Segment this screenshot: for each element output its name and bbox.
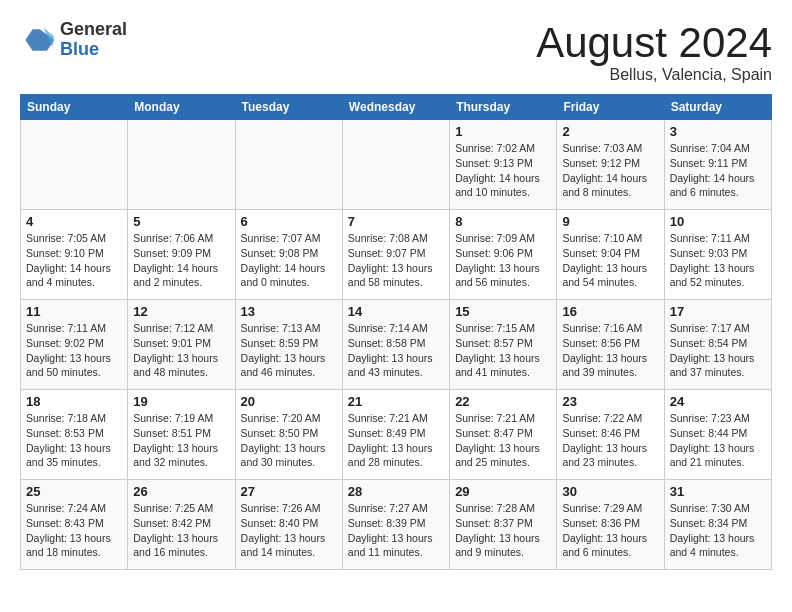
calendar-cell: 14Sunrise: 7:14 AM Sunset: 8:58 PM Dayli…: [342, 300, 449, 390]
header-day-wednesday: Wednesday: [342, 95, 449, 120]
week-row-2: 4Sunrise: 7:05 AM Sunset: 9:10 PM Daylig…: [21, 210, 772, 300]
day-number: 24: [670, 394, 766, 409]
day-info: Sunrise: 7:04 AM Sunset: 9:11 PM Dayligh…: [670, 141, 766, 200]
day-number: 31: [670, 484, 766, 499]
day-number: 6: [241, 214, 337, 229]
day-info: Sunrise: 7:26 AM Sunset: 8:40 PM Dayligh…: [241, 501, 337, 560]
day-number: 23: [562, 394, 658, 409]
day-info: Sunrise: 7:13 AM Sunset: 8:59 PM Dayligh…: [241, 321, 337, 380]
calendar-cell: 6Sunrise: 7:07 AM Sunset: 9:08 PM Daylig…: [235, 210, 342, 300]
calendar-cell: 30Sunrise: 7:29 AM Sunset: 8:36 PM Dayli…: [557, 480, 664, 570]
header-day-sunday: Sunday: [21, 95, 128, 120]
calendar-cell: 16Sunrise: 7:16 AM Sunset: 8:56 PM Dayli…: [557, 300, 664, 390]
calendar-cell: [21, 120, 128, 210]
calendar-cell: 23Sunrise: 7:22 AM Sunset: 8:46 PM Dayli…: [557, 390, 664, 480]
day-number: 7: [348, 214, 444, 229]
calendar-cell: 4Sunrise: 7:05 AM Sunset: 9:10 PM Daylig…: [21, 210, 128, 300]
day-number: 17: [670, 304, 766, 319]
week-row-1: 1Sunrise: 7:02 AM Sunset: 9:13 PM Daylig…: [21, 120, 772, 210]
calendar-cell: 1Sunrise: 7:02 AM Sunset: 9:13 PM Daylig…: [450, 120, 557, 210]
day-number: 26: [133, 484, 229, 499]
day-info: Sunrise: 7:03 AM Sunset: 9:12 PM Dayligh…: [562, 141, 658, 200]
week-row-4: 18Sunrise: 7:18 AM Sunset: 8:53 PM Dayli…: [21, 390, 772, 480]
header-row: SundayMondayTuesdayWednesdayThursdayFrid…: [21, 95, 772, 120]
week-row-3: 11Sunrise: 7:11 AM Sunset: 9:02 PM Dayli…: [21, 300, 772, 390]
calendar-body: 1Sunrise: 7:02 AM Sunset: 9:13 PM Daylig…: [21, 120, 772, 570]
day-info: Sunrise: 7:30 AM Sunset: 8:34 PM Dayligh…: [670, 501, 766, 560]
day-number: 16: [562, 304, 658, 319]
logo-text: General Blue: [60, 20, 127, 60]
calendar-header: SundayMondayTuesdayWednesdayThursdayFrid…: [21, 95, 772, 120]
day-number: 14: [348, 304, 444, 319]
day-info: Sunrise: 7:06 AM Sunset: 9:09 PM Dayligh…: [133, 231, 229, 290]
calendar-cell: 5Sunrise: 7:06 AM Sunset: 9:09 PM Daylig…: [128, 210, 235, 300]
day-number: 20: [241, 394, 337, 409]
day-info: Sunrise: 7:24 AM Sunset: 8:43 PM Dayligh…: [26, 501, 122, 560]
logo-blue-text: Blue: [60, 40, 127, 60]
calendar-title: August 2024: [536, 20, 772, 66]
calendar-cell: 13Sunrise: 7:13 AM Sunset: 8:59 PM Dayli…: [235, 300, 342, 390]
calendar-cell: 12Sunrise: 7:12 AM Sunset: 9:01 PM Dayli…: [128, 300, 235, 390]
header-day-friday: Friday: [557, 95, 664, 120]
day-number: 8: [455, 214, 551, 229]
day-number: 11: [26, 304, 122, 319]
day-info: Sunrise: 7:08 AM Sunset: 9:07 PM Dayligh…: [348, 231, 444, 290]
day-number: 5: [133, 214, 229, 229]
calendar-cell: 2Sunrise: 7:03 AM Sunset: 9:12 PM Daylig…: [557, 120, 664, 210]
calendar-cell: 8Sunrise: 7:09 AM Sunset: 9:06 PM Daylig…: [450, 210, 557, 300]
calendar-cell: 27Sunrise: 7:26 AM Sunset: 8:40 PM Dayli…: [235, 480, 342, 570]
calendar-cell: 10Sunrise: 7:11 AM Sunset: 9:03 PM Dayli…: [664, 210, 771, 300]
day-info: Sunrise: 7:12 AM Sunset: 9:01 PM Dayligh…: [133, 321, 229, 380]
calendar-cell: 11Sunrise: 7:11 AM Sunset: 9:02 PM Dayli…: [21, 300, 128, 390]
day-number: 1: [455, 124, 551, 139]
title-block: August 2024 Bellus, Valencia, Spain: [536, 20, 772, 84]
day-info: Sunrise: 7:07 AM Sunset: 9:08 PM Dayligh…: [241, 231, 337, 290]
day-number: 12: [133, 304, 229, 319]
day-info: Sunrise: 7:29 AM Sunset: 8:36 PM Dayligh…: [562, 501, 658, 560]
day-number: 25: [26, 484, 122, 499]
day-number: 27: [241, 484, 337, 499]
calendar-cell: 29Sunrise: 7:28 AM Sunset: 8:37 PM Dayli…: [450, 480, 557, 570]
header-day-monday: Monday: [128, 95, 235, 120]
day-number: 21: [348, 394, 444, 409]
calendar-cell: 9Sunrise: 7:10 AM Sunset: 9:04 PM Daylig…: [557, 210, 664, 300]
calendar-cell: 19Sunrise: 7:19 AM Sunset: 8:51 PM Dayli…: [128, 390, 235, 480]
day-info: Sunrise: 7:09 AM Sunset: 9:06 PM Dayligh…: [455, 231, 551, 290]
logo: General Blue: [20, 20, 127, 60]
calendar-cell: 26Sunrise: 7:25 AM Sunset: 8:42 PM Dayli…: [128, 480, 235, 570]
day-number: 19: [133, 394, 229, 409]
calendar-cell: 15Sunrise: 7:15 AM Sunset: 8:57 PM Dayli…: [450, 300, 557, 390]
calendar-cell: 22Sunrise: 7:21 AM Sunset: 8:47 PM Dayli…: [450, 390, 557, 480]
calendar-cell: 24Sunrise: 7:23 AM Sunset: 8:44 PM Dayli…: [664, 390, 771, 480]
day-number: 9: [562, 214, 658, 229]
day-number: 22: [455, 394, 551, 409]
calendar-cell: [342, 120, 449, 210]
day-info: Sunrise: 7:25 AM Sunset: 8:42 PM Dayligh…: [133, 501, 229, 560]
day-number: 4: [26, 214, 122, 229]
calendar-cell: 31Sunrise: 7:30 AM Sunset: 8:34 PM Dayli…: [664, 480, 771, 570]
calendar-cell: 7Sunrise: 7:08 AM Sunset: 9:07 PM Daylig…: [342, 210, 449, 300]
calendar-cell: 18Sunrise: 7:18 AM Sunset: 8:53 PM Dayli…: [21, 390, 128, 480]
calendar-table: SundayMondayTuesdayWednesdayThursdayFrid…: [20, 94, 772, 570]
calendar-cell: 21Sunrise: 7:21 AM Sunset: 8:49 PM Dayli…: [342, 390, 449, 480]
day-info: Sunrise: 7:21 AM Sunset: 8:49 PM Dayligh…: [348, 411, 444, 470]
logo-icon: [20, 22, 56, 58]
header-day-thursday: Thursday: [450, 95, 557, 120]
day-info: Sunrise: 7:20 AM Sunset: 8:50 PM Dayligh…: [241, 411, 337, 470]
day-number: 29: [455, 484, 551, 499]
calendar-cell: 20Sunrise: 7:20 AM Sunset: 8:50 PM Dayli…: [235, 390, 342, 480]
logo-general-text: General: [60, 20, 127, 40]
day-number: 28: [348, 484, 444, 499]
day-info: Sunrise: 7:21 AM Sunset: 8:47 PM Dayligh…: [455, 411, 551, 470]
day-info: Sunrise: 7:19 AM Sunset: 8:51 PM Dayligh…: [133, 411, 229, 470]
day-info: Sunrise: 7:11 AM Sunset: 9:02 PM Dayligh…: [26, 321, 122, 380]
day-number: 2: [562, 124, 658, 139]
day-info: Sunrise: 7:17 AM Sunset: 8:54 PM Dayligh…: [670, 321, 766, 380]
day-info: Sunrise: 7:23 AM Sunset: 8:44 PM Dayligh…: [670, 411, 766, 470]
day-number: 10: [670, 214, 766, 229]
day-number: 15: [455, 304, 551, 319]
day-info: Sunrise: 7:22 AM Sunset: 8:46 PM Dayligh…: [562, 411, 658, 470]
day-number: 13: [241, 304, 337, 319]
calendar-cell: [235, 120, 342, 210]
week-row-5: 25Sunrise: 7:24 AM Sunset: 8:43 PM Dayli…: [21, 480, 772, 570]
